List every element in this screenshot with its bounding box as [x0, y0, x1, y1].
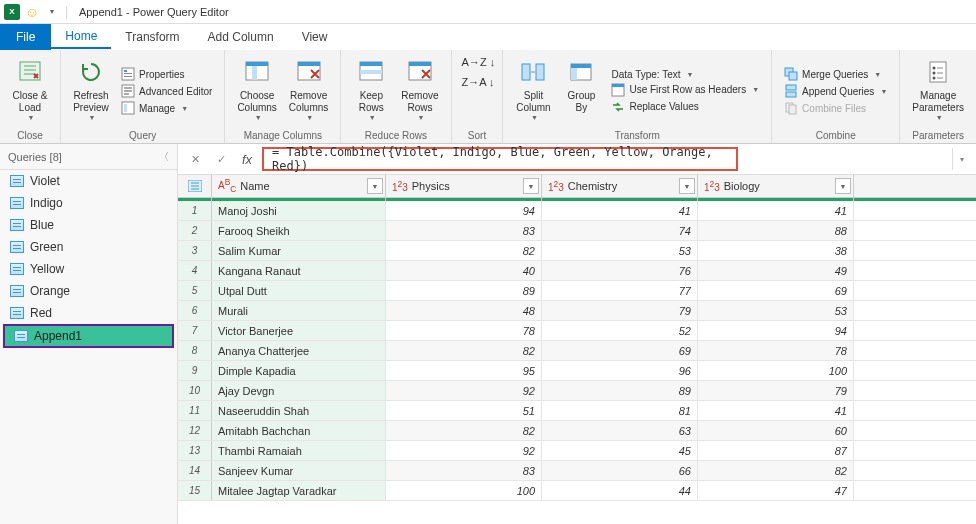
filter-chemistry-button[interactable]: ▼ — [679, 178, 695, 194]
query-item-yellow[interactable]: Yellow — [0, 258, 177, 280]
cell-chemistry[interactable]: 41 — [542, 201, 698, 220]
cell-name[interactable]: Salim Kumar — [212, 241, 386, 260]
tab-home[interactable]: Home — [51, 25, 111, 49]
table-row[interactable]: 1Manoj Joshi944141 — [178, 201, 976, 221]
table-row[interactable]: 5Utpal Dutt897769 — [178, 281, 976, 301]
cell-name[interactable]: Ananya Chatterjee — [212, 341, 386, 360]
table-row[interactable]: 15Mitalee Jagtap Varadkar1004447 — [178, 481, 976, 501]
table-row[interactable]: 2Farooq Sheikh837488 — [178, 221, 976, 241]
cell-physics[interactable]: 48 — [386, 301, 542, 320]
combine-files-button[interactable]: Combine Files — [780, 100, 891, 116]
cell-biology[interactable]: 47 — [698, 481, 854, 500]
cell-biology[interactable]: 94 — [698, 321, 854, 340]
sort-asc-button[interactable]: A→Z ↓ — [460, 54, 495, 70]
confirm-formula-button[interactable]: ✓ — [210, 148, 232, 170]
remove-rows-button[interactable]: Remove Rows▼ — [397, 54, 442, 128]
cell-physics[interactable]: 83 — [386, 221, 542, 240]
cell-chemistry[interactable]: 69 — [542, 341, 698, 360]
merge-queries-button[interactable]: Merge Queries▼ — [780, 66, 891, 82]
remove-columns-button[interactable]: Remove Columns▼ — [285, 54, 332, 128]
table-row[interactable]: 10Ajay Devgn928979 — [178, 381, 976, 401]
table-row[interactable]: 6Murali487953 — [178, 301, 976, 321]
collapse-icon[interactable]: 〈 — [159, 150, 169, 164]
cell-name[interactable]: Farooq Sheikh — [212, 221, 386, 240]
query-item-append1[interactable]: Append1 — [4, 325, 173, 347]
replace-values-button[interactable]: Replace Values — [607, 99, 763, 115]
cell-biology[interactable]: 38 — [698, 241, 854, 260]
tab-transform[interactable]: Transform — [111, 26, 193, 48]
cell-biology[interactable]: 53 — [698, 301, 854, 320]
cell-physics[interactable]: 92 — [386, 381, 542, 400]
cell-chemistry[interactable]: 52 — [542, 321, 698, 340]
cell-chemistry[interactable]: 81 — [542, 401, 698, 420]
cell-chemistry[interactable]: 76 — [542, 261, 698, 280]
query-item-indigo[interactable]: Indigo — [0, 192, 177, 214]
filter-biology-button[interactable]: ▼ — [835, 178, 851, 194]
data-type-button[interactable]: Data Type: Text▼ — [607, 68, 763, 81]
cell-physics[interactable]: 83 — [386, 461, 542, 480]
filter-physics-button[interactable]: ▼ — [523, 178, 539, 194]
cell-physics[interactable]: 78 — [386, 321, 542, 340]
cell-chemistry[interactable]: 77 — [542, 281, 698, 300]
cell-chemistry[interactable]: 79 — [542, 301, 698, 320]
cell-name[interactable]: Thambi Ramaiah — [212, 441, 386, 460]
query-item-green[interactable]: Green — [0, 236, 177, 258]
cell-chemistry[interactable]: 66 — [542, 461, 698, 480]
table-row[interactable]: 9Dimple Kapadia9596100 — [178, 361, 976, 381]
table-row[interactable]: 8Ananya Chatterjee826978 — [178, 341, 976, 361]
formula-input[interactable]: = Table.Combine({Violet, Indigo, Blue, G… — [262, 147, 738, 171]
cell-biology[interactable]: 79 — [698, 381, 854, 400]
tab-file[interactable]: File — [0, 24, 51, 50]
fx-icon[interactable]: fx — [236, 148, 258, 170]
properties-button[interactable]: Properties — [117, 66, 216, 82]
query-item-violet[interactable]: Violet — [0, 170, 177, 192]
dropdown-icon[interactable]: ▼ — [44, 4, 60, 20]
keep-rows-button[interactable]: Keep Rows▼ — [349, 54, 393, 128]
cell-chemistry[interactable]: 53 — [542, 241, 698, 260]
cell-name[interactable]: Kangana Ranaut — [212, 261, 386, 280]
cell-name[interactable]: Sanjeev Kumar — [212, 461, 386, 480]
cell-physics[interactable]: 82 — [386, 421, 542, 440]
table-row[interactable]: 11Naseeruddin Shah518141 — [178, 401, 976, 421]
cell-physics[interactable]: 92 — [386, 441, 542, 460]
column-header-chemistry[interactable]: 123Chemistry▼ — [542, 175, 698, 197]
column-header-name[interactable]: ABCName▼ — [212, 175, 386, 197]
cell-chemistry[interactable]: 96 — [542, 361, 698, 380]
query-item-blue[interactable]: Blue — [0, 214, 177, 236]
cell-chemistry[interactable]: 89 — [542, 381, 698, 400]
refresh-preview-button[interactable]: Refresh Preview▼ — [69, 54, 113, 128]
cell-chemistry[interactable]: 45 — [542, 441, 698, 460]
cell-biology[interactable]: 69 — [698, 281, 854, 300]
cell-physics[interactable]: 40 — [386, 261, 542, 280]
split-column-button[interactable]: Split Column▼ — [511, 54, 555, 128]
cell-biology[interactable]: 49 — [698, 261, 854, 280]
cell-chemistry[interactable]: 74 — [542, 221, 698, 240]
tab-view[interactable]: View — [288, 26, 342, 48]
formula-expand-button[interactable]: ▾ — [952, 148, 970, 170]
cancel-formula-button[interactable]: ✕ — [184, 148, 206, 170]
cell-biology[interactable]: 100 — [698, 361, 854, 380]
choose-columns-button[interactable]: Choose Columns▼ — [233, 54, 280, 128]
cell-name[interactable]: Victor Banerjee — [212, 321, 386, 340]
cell-biology[interactable]: 41 — [698, 401, 854, 420]
sort-desc-button[interactable]: Z→A ↓ — [460, 74, 495, 90]
filter-name-button[interactable]: ▼ — [367, 178, 383, 194]
cell-name[interactable]: Manoj Joshi — [212, 201, 386, 220]
query-item-red[interactable]: Red — [0, 302, 177, 324]
column-header-physics[interactable]: 123Physics▼ — [386, 175, 542, 197]
cell-name[interactable]: Dimple Kapadia — [212, 361, 386, 380]
table-row[interactable]: 3Salim Kumar825338 — [178, 241, 976, 261]
cell-physics[interactable]: 82 — [386, 241, 542, 260]
column-header-biology[interactable]: 123Biology▼ — [698, 175, 854, 197]
advanced-editor-button[interactable]: Advanced Editor — [117, 83, 216, 99]
cell-name[interactable]: Mitalee Jagtap Varadkar — [212, 481, 386, 500]
table-corner[interactable] — [178, 175, 212, 197]
table-row[interactable]: 12Amitabh Bachchan826360 — [178, 421, 976, 441]
query-item-orange[interactable]: Orange — [0, 280, 177, 302]
cell-biology[interactable]: 87 — [698, 441, 854, 460]
cell-name[interactable]: Amitabh Bachchan — [212, 421, 386, 440]
cell-physics[interactable]: 51 — [386, 401, 542, 420]
cell-physics[interactable]: 94 — [386, 201, 542, 220]
cell-physics[interactable]: 89 — [386, 281, 542, 300]
cell-biology[interactable]: 82 — [698, 461, 854, 480]
